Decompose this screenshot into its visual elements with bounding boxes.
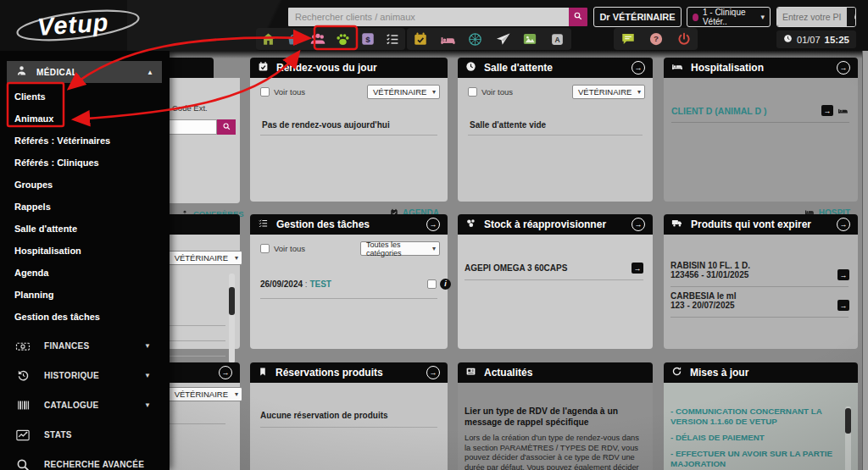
lock-button[interactable]: [847, 8, 856, 26]
tasks-icon[interactable]: [383, 30, 402, 48]
sidebar-item-gestion-taches[interactable]: Gestion des tâches: [0, 306, 170, 328]
banknote-icon: [14, 339, 32, 354]
sidebar-section-label: HISTORIQUE: [44, 371, 99, 380]
category-filter-select[interactable]: Toutes les catégories▾: [360, 241, 440, 256]
panel-reservations-header: Réservations produits →: [250, 362, 448, 383]
panel-expand-button[interactable]: →: [219, 366, 232, 379]
voir-tous-row[interactable]: Voir tous: [260, 244, 305, 253]
sidebar-item-agenda[interactable]: Agenda: [0, 262, 170, 284]
sidebar-section-label: CATALOGUE: [44, 401, 99, 410]
search-button[interactable]: [569, 8, 587, 26]
sidebar-section-finances[interactable]: FINANCES ▼: [0, 331, 170, 361]
sidebar-item-rappels[interactable]: Rappels: [0, 196, 170, 218]
panel-expand-button[interactable]: →: [426, 218, 440, 231]
panel-expand-button[interactable]: →: [837, 61, 850, 75]
logout-icon[interactable]: [675, 30, 693, 48]
voir-tous-checkbox[interactable]: [260, 87, 270, 97]
topbar: Vetup Dr VÉTÉRINAIRE 1 - Clinique Vétér.…: [0, 0, 868, 51]
sidebar-section-catalogue[interactable]: CATALOGUE ▼: [0, 390, 170, 420]
clinic-selector[interactable]: 1 - Clinique Vétér.. ▾: [687, 7, 771, 27]
images-icon[interactable]: [520, 30, 539, 48]
clinic-icon[interactable]: [284, 30, 303, 48]
vet-filter-select[interactable]: VÉTÉRINAIRE▾: [572, 85, 645, 99]
product-name: RABISIN 10 FL. 1 D.: [670, 261, 750, 270]
stock-item: AGEPI OMEGA 3 60CAPS: [465, 263, 567, 273]
doctor-button[interactable]: Dr VÉTÉRINAIRE: [593, 7, 682, 27]
finance-icon[interactable]: $: [359, 30, 377, 48]
history-icon: [14, 368, 32, 383]
search-icon: [573, 11, 583, 24]
clients-icon[interactable]: [309, 30, 327, 48]
voir-tous-checkbox[interactable]: [260, 244, 270, 253]
date-text: 01/07: [797, 35, 821, 45]
web-icon[interactable]: [466, 30, 485, 48]
panel-title: Hospitalisation: [691, 62, 764, 74]
pin-group: [776, 7, 856, 27]
agenda-icon[interactable]: [411, 30, 430, 48]
open-record-button[interactable]: →: [821, 105, 833, 116]
chevron-down-icon: ▾: [637, 88, 641, 96]
pin-input[interactable]: [777, 8, 847, 26]
vet-filter-select[interactable]: VÉTÉRINAIRE▾: [367, 85, 440, 99]
open-product-button[interactable]: →: [837, 269, 849, 280]
sidebar-item-referes-veterinaires[interactable]: Référés : Vétérinaires: [0, 130, 170, 152]
panel-actualites-body: Lier un type de RDV de l'agenda à un mes…: [458, 383, 653, 470]
sidebar-section-recherche-avancee[interactable]: RECHERCHE AVANCÉE: [0, 450, 170, 470]
voir-tous-row[interactable]: Voir tous: [468, 87, 513, 97]
hospitalisation-icon[interactable]: [438, 30, 457, 48]
hosp-client-link[interactable]: CLIENT D (ANIMAL D ): [671, 106, 766, 116]
panel-title: Mises à jour: [690, 367, 748, 379]
panel-reservations: Réservations produits → Aucune réservati…: [250, 362, 448, 470]
svg-text:A: A: [555, 35, 560, 43]
sidebar-section-stats[interactable]: STATS: [0, 420, 170, 450]
voir-tous-row[interactable]: Voir tous: [260, 87, 305, 97]
task-link[interactable]: TEST: [309, 279, 331, 289]
update-link[interactable]: - COMMUNICATION CONCERNANT LA VERSION 1.…: [670, 406, 840, 427]
sidebar-item-clients[interactable]: Clients: [0, 86, 170, 108]
panel-title: Actualités: [484, 367, 532, 379]
sidebar-item-planning[interactable]: Planning: [0, 284, 170, 306]
vetup-logo[interactable]: Vetup: [12, 3, 156, 48]
open-product-button[interactable]: →: [632, 263, 643, 274]
vetup-app: Code Ext. CONFRÈRES VÉTÉRINAIRE▾: [0, 0, 868, 470]
home-icon[interactable]: [259, 30, 278, 48]
panel-expand-button[interactable]: →: [837, 218, 850, 231]
sidebar-item-animaux[interactable]: Animaux: [0, 108, 170, 130]
open-product-button[interactable]: →: [837, 300, 849, 311]
panel-scrollbar-thumb[interactable]: [229, 287, 235, 315]
help-icon[interactable]: ?: [647, 30, 665, 48]
animals-icon[interactable]: [334, 30, 353, 48]
panel-expand-button[interactable]: →: [632, 61, 645, 75]
update-link[interactable]: - DÉLAIS DE PAIEMENT: [670, 433, 840, 443]
sidebar-item-groupes[interactable]: Groupes: [0, 174, 170, 196]
apps-icon[interactable]: A: [548, 30, 567, 48]
voir-tous-checkbox[interactable]: [468, 87, 477, 97]
sidebar-section-historique[interactable]: HISTORIQUE ▼: [0, 361, 170, 390]
panel-expirer-body: RABISIN 10 FL. 1 D. 123456 - 31/01/2025 …: [664, 235, 858, 349]
news-headline: Lier un type de RDV de l'agenda à un mes…: [465, 406, 646, 428]
client-search-button[interactable]: [217, 119, 236, 135]
panel-salle-body: Voir tous VÉTÉRINAIRE▾ Salle d'attente v…: [458, 78, 653, 202]
lock-icon: [852, 11, 856, 24]
page-scrollbar[interactable]: [862, 51, 868, 470]
panel-expand-button[interactable]: →: [426, 366, 440, 379]
task-done-checkbox[interactable]: [427, 279, 437, 289]
refresh-icon: [671, 365, 682, 380]
task-info-icon[interactable]: i: [440, 279, 451, 290]
sidebar-item-hospitalisation[interactable]: Hospitalisation: [0, 240, 170, 262]
sidebar-item-salle-attente[interactable]: Salle d'attente: [0, 218, 170, 240]
send-icon[interactable]: [493, 30, 512, 48]
panel-scrollbar-thumb[interactable]: [845, 408, 851, 434]
empty-message: Aucune réservation de produits: [260, 411, 388, 420]
bookmark-icon: [258, 365, 268, 380]
panel-maj-body: - COMMUNICATION CONCERNANT LA VERSION 1.…: [664, 383, 858, 470]
panel-expand-button[interactable]: →: [632, 218, 645, 231]
panel-actualites-header: Actualités: [458, 362, 653, 383]
sidebar-item-referes-cliniques[interactable]: Référés : Cliniques: [0, 152, 170, 174]
messages-icon[interactable]: [619, 30, 637, 48]
sidebar-section-medical[interactable]: MÉDICAL ▲: [7, 61, 162, 83]
panel-gestion-body: Voir tous Toutes les catégories▾ 26/09/2…: [250, 235, 448, 349]
search-input[interactable]: [288, 8, 569, 26]
logo-text: Vetup: [36, 8, 110, 41]
update-link[interactable]: - EFFECTUER UN AVOIR SUR LA PARTIE MAJOR…: [670, 449, 840, 469]
